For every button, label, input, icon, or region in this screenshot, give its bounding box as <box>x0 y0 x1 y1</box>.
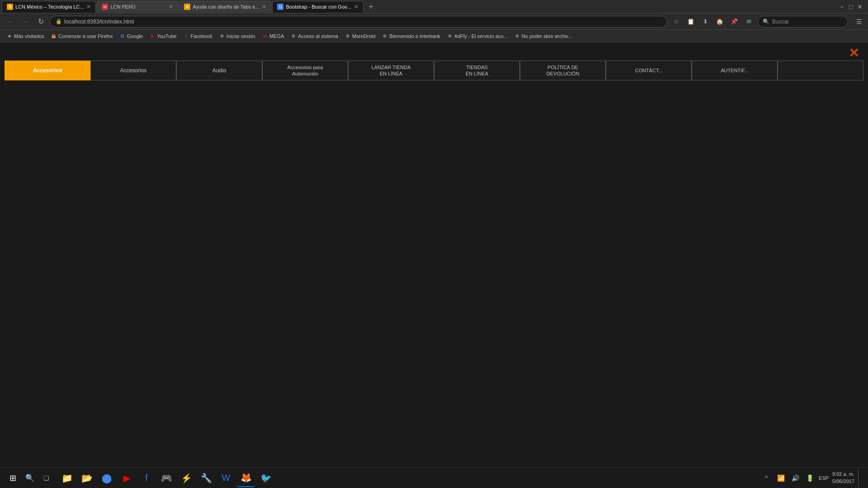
taskbar-time: 9:02 a. m. <box>832 471 854 478</box>
bookmark-iniciar-sesion[interactable]: ⚙ Iniciar sesión <box>216 32 258 40</box>
taskbar-app-file-explorer[interactable]: 📁 <box>58 469 76 487</box>
taskbar-app-bird[interactable]: 🐦 <box>257 469 275 487</box>
tab-title-ayuda: Ayuda con diseño de Tabs e... <box>193 4 259 9</box>
taskbar-app-chrome[interactable]: ⬤ <box>98 469 116 487</box>
minimize-button[interactable]: − <box>839 4 844 9</box>
taskbar-app-word[interactable]: W <box>217 469 235 487</box>
bookmark-icon-interbank: ⚙ <box>382 33 388 39</box>
close-x-button[interactable]: ✕ <box>849 47 859 60</box>
start-button[interactable]: ⊞ <box>4 469 22 487</box>
window-controls: − □ ✕ <box>839 4 866 9</box>
bookmark-interbank[interactable]: ⚙ Bienvenido a Interbank <box>379 32 443 40</box>
browser-search-bar[interactable]: 🔍 Buscar <box>758 16 848 28</box>
nav-tab-automocion-label: Accesorios paraAutomoción <box>288 64 323 77</box>
bookmark-icon-mas-visitados: ★ <box>6 33 13 39</box>
pocket-icon[interactable]: 📌 <box>728 15 741 28</box>
start-icon: ⊞ <box>9 473 16 483</box>
tab-icon-lcn-peru: M <box>102 4 108 10</box>
bookmark-mas-visitados[interactable]: ★ Más visitados <box>4 32 47 40</box>
taskbar-filezilla-icon: ⚡ <box>181 473 192 483</box>
bookmark-facebook[interactable]: f Facebook <box>180 32 215 40</box>
taskbar-app-firefox[interactable]: 🦊 <box>237 469 255 487</box>
nav-tab-tiendas[interactable]: TIENDASEN LÍNEA <box>434 61 520 80</box>
tab-close-lcn-mexico[interactable]: ✕ <box>84 4 91 10</box>
reader-view-icon[interactable]: 📋 <box>684 15 697 28</box>
taskbar-app-youtube[interactable]: ▶ <box>118 469 136 487</box>
taskbar-file-manager-icon: 📂 <box>81 473 93 483</box>
reload-button[interactable]: ↻ <box>34 15 47 28</box>
task-view-icon: ❑ <box>43 474 49 482</box>
tab-icon-lcn-mexico: ⚙ <box>7 4 13 10</box>
nav-tab-audio[interactable]: Audio <box>176 61 262 80</box>
taskbar-apps: 📁 📂 ⬤ ▶ f 🎮 ⚡ 🔧 W 🦊 🐦 <box>54 469 278 487</box>
screen-capture-icon[interactable]: ⬇ <box>699 15 712 28</box>
nav-tab-politica-label: POLÍTICA DEDEVOLUCIÓN <box>547 64 580 77</box>
tab-close-lcn-peru[interactable]: ✕ <box>166 4 173 10</box>
close-window-button[interactable]: ✕ <box>857 4 863 9</box>
bookmark-youtube[interactable]: ▶ YouTube <box>146 32 179 40</box>
tab-close-ayuda[interactable]: ✕ <box>259 4 266 10</box>
taskbar-tools-icon: 🔧 <box>201 473 212 483</box>
tab-bootstrap[interactable]: G Bootstrap - Buscar con Goo... ✕ <box>272 1 363 13</box>
toolbar-icons: ☰ <box>851 16 864 27</box>
bookmark-google[interactable]: G Google <box>117 32 146 40</box>
menu-icon[interactable]: ☰ <box>854 16 864 27</box>
add-tab-button[interactable]: + <box>364 1 377 13</box>
nav-tab-accesorios-2[interactable]: Accesorios <box>90 61 176 80</box>
nav-tab-autentif[interactable]: AUTENTIF... <box>692 61 778 80</box>
taskbar-youtube-icon: ▶ <box>123 473 130 483</box>
nav-tab-empty[interactable] <box>778 61 863 80</box>
back-button[interactable]: ← <box>4 15 16 28</box>
keyboard-lang[interactable]: ESP <box>819 475 829 481</box>
taskbar-app-facebook[interactable]: f <box>137 469 156 487</box>
bookmarks-bar: ★ Más visitados 🦊 Comenzar a usar Firefo… <box>0 30 868 42</box>
bookmark-adfly[interactable]: ⚙ AdFly - El servicio aco... <box>444 32 510 40</box>
taskbar-search-button[interactable]: 🔍 <box>22 470 38 486</box>
bookmark-icon-iniciar-sesion: ⚙ <box>219 33 225 39</box>
task-view-button[interactable]: ❑ <box>38 470 54 486</box>
nav-tab-contacto-label: CONTÁCT... <box>635 68 662 73</box>
nav-tab-accesorios-active[interactable]: Accesorios <box>5 61 90 80</box>
bookmark-icon-no-poder: ⚙ <box>514 33 520 39</box>
nav-tab-politica[interactable]: POLÍTICA DEDEVOLUCIÓN <box>520 61 606 80</box>
nav-tab-lanzar-tienda[interactable]: LANZAR TIENDAEN LÍNEA <box>348 61 434 80</box>
tab-close-bootstrap[interactable]: ✕ <box>351 4 359 10</box>
show-desktop-button[interactable] <box>858 469 861 487</box>
taskbar: ⊞ 🔍 ❑ 📁 📂 ⬤ ▶ f 🎮 ⚡ 🔧 W <box>0 467 868 488</box>
battery-icon[interactable]: 🔋 <box>804 473 815 483</box>
bookmark-star-icon[interactable]: ☆ <box>670 15 683 28</box>
network-icon[interactable]: 📶 <box>775 473 786 483</box>
bookmark-moredroid[interactable]: ⚙ MoreDroid <box>342 32 378 40</box>
taskbar-word-icon: W <box>222 473 231 483</box>
taskbar-app-filezilla[interactable]: ⚡ <box>177 469 195 487</box>
show-hidden-icon[interactable]: ^ <box>761 473 772 483</box>
taskbar-app-file-manager[interactable]: 📂 <box>78 469 96 487</box>
tab-icon-ayuda: ★ <box>184 4 190 10</box>
taskbar-chrome-icon: ⬤ <box>102 473 112 483</box>
url-bar[interactable]: 🔒 localhost:8383/lcn/index.html <box>50 16 667 28</box>
taskbar-app-tools[interactable]: 🔧 <box>197 469 215 487</box>
bookmark-mega[interactable]: M MEGA <box>259 32 287 40</box>
bookmark-icon-youtube: ▶ <box>149 33 156 39</box>
tab-lcn-mexico[interactable]: ⚙ LCN México – Tecnología LC... ✕ <box>2 1 96 13</box>
bookmark-firefox[interactable]: 🦊 Comenzar a usar Firefox <box>48 32 116 40</box>
nav-tab-tiendas-label: TIENDASEN LÍNEA <box>466 64 488 77</box>
bookmark-acceso[interactable]: ⚙ Acceso al sistema <box>288 32 341 40</box>
toolbar-icon-extra[interactable]: ✉ <box>742 15 755 28</box>
home-icon[interactable]: 🏠 <box>713 15 726 28</box>
taskbar-app-games[interactable]: 🎮 <box>157 469 175 487</box>
nav-tab-accesorios-automocion[interactable]: Accesorios paraAutomoción <box>262 61 348 80</box>
taskbar-clock[interactable]: 9:02 a. m. 5/06/2017 <box>832 471 854 485</box>
forward-button[interactable]: → <box>19 15 32 28</box>
search-icon: 🔍 <box>763 19 769 25</box>
maximize-button[interactable]: □ <box>848 4 854 9</box>
bookmark-no-poder[interactable]: ⚙ No poder abrir archiv... <box>511 32 575 40</box>
tab-title-bootstrap: Bootstrap - Buscar con Goo... <box>286 4 351 9</box>
bookmark-icon-moredroid: ⚙ <box>344 33 351 39</box>
bookmark-icon-mega: M <box>262 33 268 39</box>
tab-lcn-peru[interactable]: M LCN PERÚ ✕ <box>97 1 178 13</box>
tab-ayuda[interactable]: ★ Ayuda con diseño de Tabs e... ✕ <box>179 1 271 13</box>
search-placeholder: Buscar <box>772 19 789 25</box>
volume-icon[interactable]: 🔊 <box>790 473 801 483</box>
nav-tab-contacto[interactable]: CONTÁCT... <box>606 61 692 80</box>
